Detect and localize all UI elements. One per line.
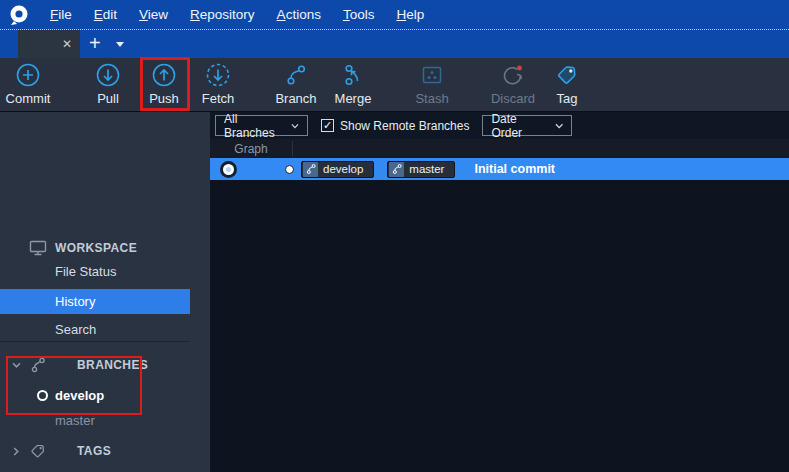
history-view: All Branches ✓ Show Remote Branches Date…	[210, 112, 789, 472]
tag-label: Tag	[546, 91, 588, 106]
develop-branch-label: develop	[0, 388, 104, 403]
branch-button[interactable]: Branch	[271, 60, 321, 110]
stash-label: Stash	[408, 91, 456, 106]
branch-badge-develop[interactable]: develop	[301, 161, 374, 178]
branch-filter-value: All Branches	[224, 112, 283, 140]
push-up-circle-icon	[142, 60, 186, 90]
discard-button[interactable]: Discard	[487, 60, 539, 110]
fetch-dashed-circle-icon	[196, 60, 240, 90]
menu-file[interactable]: File	[39, 0, 83, 29]
chevron-down-icon[interactable]	[10, 362, 22, 368]
tag-icon	[28, 442, 48, 460]
branch-icon	[303, 162, 318, 177]
pull-down-circle-icon	[86, 60, 130, 90]
sidebar-item-master[interactable]: master	[0, 409, 190, 431]
workspace-section-label: WORKSPACE	[0, 241, 137, 255]
search-label: Search	[0, 322, 96, 337]
current-branch-icon	[37, 390, 48, 401]
merge-label: Merge	[329, 91, 377, 106]
push-label: Push	[142, 91, 186, 106]
sidebar-item-history[interactable]: History	[0, 289, 190, 314]
body: WORKSPACE File Status History Search	[0, 112, 789, 472]
show-remote-branches-label: Show Remote Branches	[340, 119, 469, 133]
commit-graph-node-icon	[220, 161, 237, 178]
sort-order-dropdown[interactable]: Date Order	[482, 115, 572, 136]
commit-row[interactable]: develop master Initial commit	[210, 158, 789, 180]
commit-label: Commit	[0, 91, 56, 106]
branch-badge-master[interactable]: master	[387, 161, 455, 178]
history-label: History	[0, 294, 95, 309]
stash-button[interactable]: Stash	[408, 60, 456, 110]
fetch-label: Fetch	[196, 91, 240, 106]
checkbox-checked-icon[interactable]: ✓	[321, 119, 334, 132]
push-button[interactable]: Push	[142, 60, 186, 110]
sourcetree-logo-icon	[8, 4, 30, 26]
develop-badge-label: develop	[318, 163, 373, 175]
menu-actions[interactable]: Actions	[266, 0, 332, 29]
sidebar-section-tags[interactable]: TAGS	[0, 440, 190, 462]
merge-icon	[329, 60, 377, 90]
tab-list-caret-icon[interactable]	[116, 42, 124, 47]
tag-button[interactable]: Tag	[546, 60, 588, 110]
column-divider[interactable]	[292, 141, 293, 156]
pull-label: Pull	[86, 91, 130, 106]
sidebar-item-develop[interactable]: develop	[0, 384, 190, 406]
tab-close-icon[interactable]: ✕	[62, 38, 72, 50]
filter-bar: All Branches ✓ Show Remote Branches Date…	[210, 112, 789, 139]
menu-edit[interactable]: Edit	[83, 0, 128, 29]
commit-plus-circle-icon	[0, 60, 56, 90]
stash-box-icon	[408, 60, 456, 90]
repository-tab[interactable]: ✕	[18, 30, 80, 58]
menu-bar: File Edit View Repository Actions Tools …	[0, 0, 789, 29]
pull-button[interactable]: Pull	[86, 60, 130, 110]
chevron-down-icon	[555, 123, 563, 129]
sidebar-section-workspace[interactable]: WORKSPACE	[0, 237, 190, 259]
branch-filter-dropdown[interactable]: All Branches	[215, 115, 308, 136]
merge-button[interactable]: Merge	[329, 60, 377, 110]
branch-icon	[389, 162, 404, 177]
branch-icon	[28, 356, 48, 374]
tab-bar: ✕ +	[0, 29, 789, 58]
sort-order-value: Date Order	[491, 112, 547, 140]
commit-message: Initial commit	[474, 162, 555, 176]
master-branch-label: master	[0, 413, 95, 428]
file-status-label: File Status	[0, 264, 116, 279]
sidebar-item-file-status[interactable]: File Status	[0, 260, 190, 282]
menu-repository[interactable]: Repository	[179, 0, 266, 29]
toolbar: Commit Pull Push	[0, 58, 789, 112]
monitor-icon	[28, 238, 48, 258]
tag-icon	[546, 60, 588, 90]
sidebar-section-branches[interactable]: BRANCHES	[0, 354, 190, 376]
discard-label: Discard	[487, 91, 539, 106]
menu-tools[interactable]: Tools	[332, 0, 386, 29]
sidebar-item-search[interactable]: Search	[0, 318, 190, 340]
show-remote-branches-toggle[interactable]: ✓ Show Remote Branches	[321, 119, 469, 133]
discard-undo-icon	[487, 60, 539, 90]
master-badge-label: master	[404, 163, 454, 175]
chevron-right-icon[interactable]	[10, 447, 22, 456]
branch-icon	[271, 60, 321, 90]
new-tab-button[interactable]: +	[82, 30, 108, 58]
sidebar-divider	[0, 341, 190, 342]
branch-label: Branch	[271, 91, 321, 106]
graph-column-header[interactable]: Graph	[210, 139, 292, 158]
sourcetree-window: File Edit View Repository Actions Tools …	[0, 0, 789, 472]
menu-help[interactable]: Help	[385, 0, 435, 29]
fetch-button[interactable]: Fetch	[196, 60, 240, 110]
commit-button[interactable]: Commit	[0, 60, 56, 110]
sidebar: WORKSPACE File Status History Search	[0, 112, 210, 472]
history-table-header: Graph	[210, 139, 789, 158]
chevron-down-icon	[291, 123, 299, 129]
commit-dot-icon	[285, 165, 294, 174]
menu-view[interactable]: View	[128, 0, 179, 29]
